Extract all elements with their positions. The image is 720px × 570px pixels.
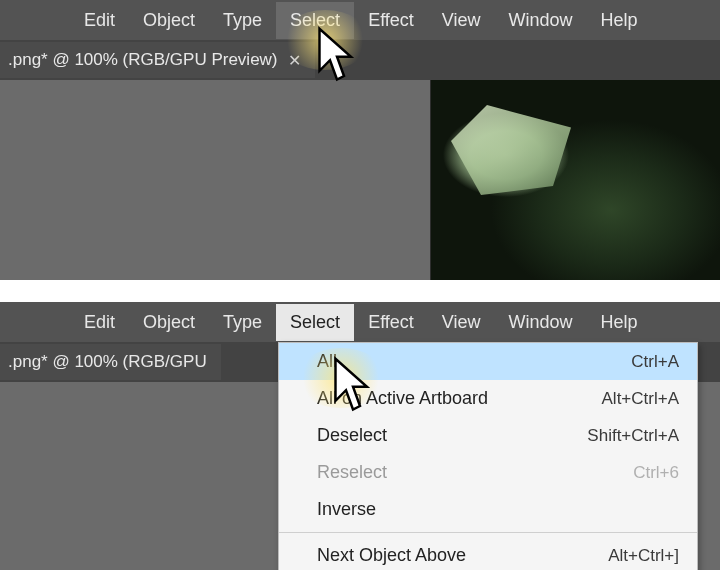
menu-item-deselect[interactable]: Deselect Shift+Ctrl+A bbox=[279, 417, 697, 454]
document-tab-label: .png* @ 100% (RGB/GPU Preview) bbox=[8, 50, 278, 70]
menu-edit[interactable]: Edit bbox=[70, 2, 129, 39]
menu-item-label: Inverse bbox=[317, 499, 376, 520]
menu-type[interactable]: Type bbox=[209, 304, 276, 341]
menu-window[interactable]: Window bbox=[495, 2, 587, 39]
menu-item-all-artboard[interactable]: All on Active Artboard Alt+Ctrl+A bbox=[279, 380, 697, 417]
menu-view[interactable]: View bbox=[428, 2, 495, 39]
menu-window[interactable]: Window bbox=[495, 304, 587, 341]
menu-type[interactable]: Type bbox=[209, 2, 276, 39]
menu-item-label: All on Active Artboard bbox=[317, 388, 488, 409]
menu-item-reselect: Reselect Ctrl+6 bbox=[279, 454, 697, 491]
menu-view[interactable]: View bbox=[428, 304, 495, 341]
menu-item-label: Deselect bbox=[317, 425, 387, 446]
workarea bbox=[0, 80, 720, 280]
menu-item-inverse[interactable]: Inverse bbox=[279, 491, 697, 528]
menu-select[interactable]: Select bbox=[276, 2, 354, 39]
menu-effect[interactable]: Effect bbox=[354, 2, 428, 39]
menu-select[interactable]: Select bbox=[276, 304, 354, 341]
menu-item-label: Reselect bbox=[317, 462, 387, 483]
menu-item-shortcut: Ctrl+6 bbox=[633, 463, 679, 483]
screenshot-step-2: Edit Object Type Select Effect View Wind… bbox=[0, 302, 720, 570]
menu-item-shortcut: Alt+Ctrl+] bbox=[608, 546, 679, 566]
menu-object[interactable]: Object bbox=[129, 2, 209, 39]
menu-help[interactable]: Help bbox=[587, 2, 652, 39]
menu-separator bbox=[279, 532, 697, 533]
menubar: Edit Object Type Select Effect View Wind… bbox=[0, 302, 720, 342]
document-tab-label: .png* @ 100% (RGB/GPU bbox=[8, 352, 207, 372]
menu-help[interactable]: Help bbox=[587, 304, 652, 341]
menu-item-next-above[interactable]: Next Object Above Alt+Ctrl+] bbox=[279, 537, 697, 570]
menu-object[interactable]: Object bbox=[129, 304, 209, 341]
select-menu-dropdown: All Ctrl+A All on Active Artboard Alt+Ct… bbox=[278, 342, 698, 570]
menu-item-label: Next Object Above bbox=[317, 545, 466, 566]
screenshot-step-1: Edit Object Type Select Effect View Wind… bbox=[0, 0, 720, 280]
document-tab[interactable]: .png* @ 100% (RGB/GPU bbox=[0, 344, 221, 380]
canvas-image bbox=[430, 80, 720, 280]
menu-edit[interactable]: Edit bbox=[70, 304, 129, 341]
menu-item-label: All bbox=[317, 351, 337, 372]
menu-item-shortcut: Alt+Ctrl+A bbox=[602, 389, 679, 409]
menu-item-shortcut: Ctrl+A bbox=[631, 352, 679, 372]
document-tab[interactable]: .png* @ 100% (RGB/GPU Preview) ✕ bbox=[0, 42, 315, 78]
menu-item-shortcut: Shift+Ctrl+A bbox=[587, 426, 679, 446]
menubar: Edit Object Type Select Effect View Wind… bbox=[0, 0, 720, 40]
menu-effect[interactable]: Effect bbox=[354, 304, 428, 341]
tabbar: .png* @ 100% (RGB/GPU Preview) ✕ bbox=[0, 40, 720, 80]
close-icon[interactable]: ✕ bbox=[288, 51, 301, 70]
menu-item-all[interactable]: All Ctrl+A bbox=[279, 343, 697, 380]
